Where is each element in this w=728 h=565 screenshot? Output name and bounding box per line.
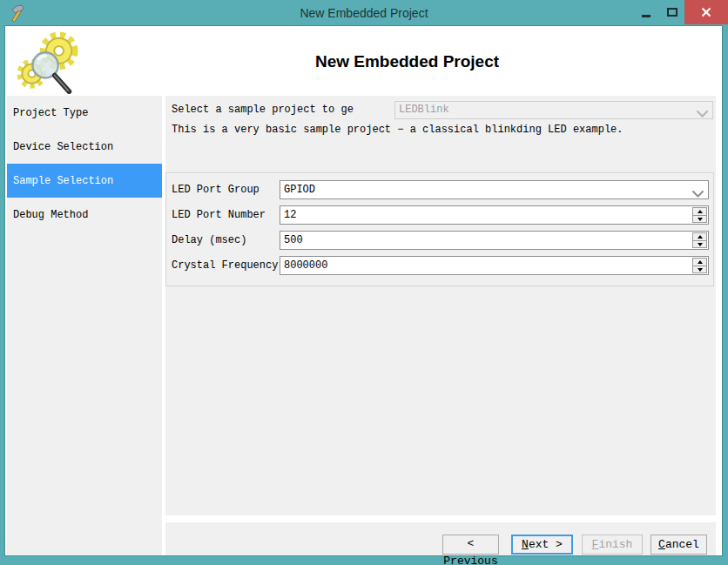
triangle-down-icon — [698, 268, 703, 272]
close-button[interactable] — [684, 0, 728, 24]
wizard-steps-sidebar: Project Type Device Selection Sample Sel… — [7, 96, 162, 555]
chevron-down-icon — [692, 186, 704, 204]
sample-project-combo: LEDBlink — [394, 101, 713, 119]
cancel-button[interactable]: Cancel — [650, 535, 707, 555]
combo-value: LEDBlink — [399, 104, 449, 116]
window-title: New Embedded Project — [0, 0, 728, 26]
spin-up-button[interactable] — [693, 208, 706, 215]
led-port-group-combo[interactable]: GPIOD — [280, 180, 709, 199]
triangle-up-icon — [698, 260, 703, 264]
triangle-up-icon — [698, 210, 703, 213]
sidebar-item-label: Project Type — [13, 107, 88, 119]
wizard-window: New Embedded Project — [0, 0, 728, 565]
sidebar-item-debug-method[interactable]: Debug Method — [7, 198, 162, 232]
spinner — [692, 258, 707, 273]
chevron-down-icon — [697, 107, 708, 124]
spin-up-button[interactable] — [693, 233, 706, 240]
spin-down-button[interactable] — [693, 215, 706, 222]
maximize-button[interactable] — [660, 0, 684, 24]
button-bar: < Previous Next > Finish Cancel — [165, 522, 716, 555]
finish-button: Finish — [582, 535, 643, 555]
crystal-frequency-field — [280, 256, 709, 275]
spinner — [692, 207, 707, 223]
sample-description: This is a very basic sample project − a … — [172, 124, 623, 136]
next-button[interactable]: Next > — [511, 535, 573, 555]
client-area: New Embedded Project Project Type Device… — [5, 26, 722, 555]
previous-button[interactable]: < Previous — [442, 535, 499, 555]
sidebar-item-label: Sample Selection — [13, 175, 113, 187]
close-icon — [701, 7, 711, 17]
titlebar[interactable]: New Embedded Project — [0, 0, 728, 26]
triangle-down-icon — [698, 243, 703, 246]
crystal-frequency-input[interactable] — [280, 257, 691, 274]
maximize-icon — [667, 8, 677, 17]
delay-msec-field — [280, 231, 709, 250]
triangle-up-icon — [698, 235, 703, 239]
sidebar-item-device-selection[interactable]: Device Selection — [7, 130, 162, 164]
sample-selection-panel: Select a sample project to ge LEDBlink T… — [165, 96, 716, 515]
led-port-number-field — [280, 205, 709, 225]
sidebar-item-project-type[interactable]: Project Type — [7, 96, 162, 130]
sample-options-group: LED Port Group GPIOD LED Port Number — [165, 172, 714, 286]
minimize-icon — [642, 15, 650, 17]
spin-down-button[interactable] — [693, 266, 706, 272]
gears-magnifier-icon — [12, 30, 85, 94]
delay-msec-input[interactable] — [280, 232, 691, 249]
spin-up-button[interactable] — [693, 259, 706, 266]
crystal-frequency-label: Crystal Frequency — [172, 259, 278, 272]
sidebar-item-sample-selection[interactable]: Sample Selection — [7, 164, 162, 198]
spinner — [692, 232, 707, 248]
minimize-button[interactable] — [634, 0, 658, 24]
led-port-number-label: LED Port Number — [172, 209, 266, 221]
page-title: New Embedded Project — [92, 52, 722, 71]
spin-down-button[interactable] — [693, 240, 706, 247]
sidebar-item-label: Device Selection — [13, 141, 113, 153]
led-port-group-label: LED Port Group — [172, 184, 260, 196]
sample-project-label: Select a sample project to ge — [172, 104, 354, 116]
delay-msec-label: Delay (msec) — [172, 234, 246, 246]
combo-value: GPIOD — [284, 184, 315, 196]
led-port-number-input[interactable] — [280, 206, 691, 224]
triangle-down-icon — [698, 218, 703, 221]
sidebar-item-label: Debug Method — [13, 209, 88, 221]
